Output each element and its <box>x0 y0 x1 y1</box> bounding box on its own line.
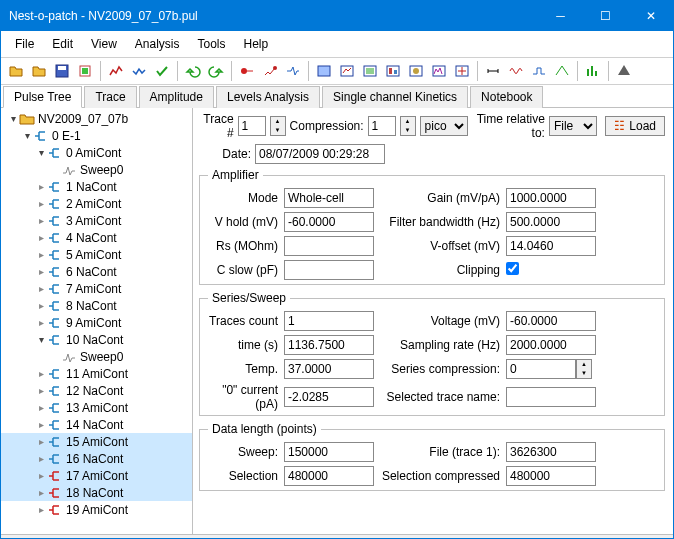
menu-file[interactable]: File <box>7 35 42 53</box>
tree-item[interactable]: 6 NaCont <box>1 263 192 280</box>
panel3-icon[interactable] <box>359 60 381 82</box>
comp-input[interactable] <box>506 359 576 379</box>
compression-input[interactable] <box>368 116 396 136</box>
tree-item[interactable]: 0 AmiCont <box>1 144 192 161</box>
panel6-icon[interactable] <box>428 60 450 82</box>
tree-item[interactable]: 12 NaCont <box>1 382 192 399</box>
tree-item[interactable]: 13 AmiCont <box>1 399 192 416</box>
rate-input[interactable] <box>506 335 596 355</box>
expand-arrow-icon[interactable] <box>7 113 19 124</box>
tree-item[interactable]: 3 AmiCont <box>1 212 192 229</box>
tree-item[interactable]: 11 AmiCont <box>1 365 192 382</box>
save-icon[interactable] <box>51 60 73 82</box>
zero-input[interactable] <box>284 387 374 407</box>
panel1-icon[interactable] <box>313 60 335 82</box>
mode-input[interactable] <box>284 188 374 208</box>
panel7-icon[interactable] <box>451 60 473 82</box>
selection-input[interactable] <box>284 466 374 486</box>
voltage-input[interactable] <box>506 311 596 331</box>
open-icon[interactable] <box>5 60 27 82</box>
tree-item[interactable]: Sweep0 <box>1 348 192 365</box>
redo-icon[interactable] <box>205 60 227 82</box>
expand-arrow-icon[interactable] <box>35 419 47 430</box>
tree-item[interactable]: 19 AmiCont <box>1 501 192 518</box>
selcomp-input[interactable] <box>506 466 596 486</box>
panel2-icon[interactable] <box>336 60 358 82</box>
menu-view[interactable]: View <box>83 35 125 53</box>
clipping-checkbox[interactable] <box>506 262 519 275</box>
tree-item[interactable]: NV2009_07_07b <box>1 110 192 127</box>
tree-item[interactable]: 4 NaCont <box>1 229 192 246</box>
peak-icon[interactable] <box>551 60 573 82</box>
trace-no-input[interactable] <box>238 116 266 136</box>
expand-arrow-icon[interactable] <box>35 385 47 396</box>
tab-notebook[interactable]: Notebook <box>470 86 543 108</box>
rs-input[interactable] <box>284 236 374 256</box>
panel5-icon[interactable] <box>405 60 427 82</box>
expand-arrow-icon[interactable] <box>35 283 47 294</box>
maximize-button[interactable]: ☐ <box>583 1 628 31</box>
temp-input[interactable] <box>284 359 374 379</box>
chart-icon[interactable] <box>105 60 127 82</box>
selname-input[interactable] <box>506 387 596 407</box>
tree-item[interactable]: Sweep0 <box>1 161 192 178</box>
tree-item[interactable]: 9 AmiCont <box>1 314 192 331</box>
expand-arrow-icon[interactable] <box>35 453 47 464</box>
menu-edit[interactable]: Edit <box>44 35 81 53</box>
trace-no-spinner[interactable]: ▲▼ <box>270 116 286 136</box>
expand-arrow-icon[interactable] <box>35 436 47 447</box>
tree-item[interactable]: 7 AmiCont <box>1 280 192 297</box>
tree-item[interactable]: 8 NaCont <box>1 297 192 314</box>
vhold-input[interactable] <box>284 212 374 232</box>
load-button[interactable]: ☷Load <box>605 116 665 136</box>
traces-input[interactable] <box>284 311 374 331</box>
tree-item[interactable]: 15 AmiCont <box>1 433 192 450</box>
compression-spinner[interactable]: ▲▼ <box>400 116 416 136</box>
expand-arrow-icon[interactable] <box>35 470 47 481</box>
tab-levels[interactable]: Levels Analysis <box>216 86 320 108</box>
tree-item[interactable]: 14 NaCont <box>1 416 192 433</box>
analysis-icon[interactable] <box>582 60 604 82</box>
menu-tools[interactable]: Tools <box>190 35 234 53</box>
expand-arrow-icon[interactable] <box>35 317 47 328</box>
comp-spinner[interactable]: ▲▼ <box>576 359 592 379</box>
folder-icon[interactable] <box>28 60 50 82</box>
sweep-input[interactable] <box>284 442 374 462</box>
time-input[interactable] <box>284 335 374 355</box>
expand-arrow-icon[interactable] <box>35 266 47 277</box>
marker2-icon[interactable] <box>259 60 281 82</box>
tree-item[interactable]: 17 AmiCont <box>1 467 192 484</box>
close-button[interactable]: ✕ <box>628 1 673 31</box>
tab-pulse-tree[interactable]: Pulse Tree <box>3 86 82 108</box>
expand-arrow-icon[interactable] <box>35 368 47 379</box>
expand-arrow-icon[interactable] <box>35 232 47 243</box>
check-icon[interactable] <box>151 60 173 82</box>
expand-arrow-icon[interactable] <box>35 198 47 209</box>
hbar-icon[interactable] <box>482 60 504 82</box>
expand-arrow-icon[interactable] <box>35 504 47 515</box>
tab-trace[interactable]: Trace <box>84 86 136 108</box>
tree-item[interactable]: 18 NaCont <box>1 484 192 501</box>
tab-amplitude[interactable]: Amplitude <box>139 86 214 108</box>
expand-arrow-icon[interactable] <box>35 334 47 345</box>
wave-icon[interactable] <box>505 60 527 82</box>
tab-kinetics[interactable]: Single channel Kinetics <box>322 86 468 108</box>
filter-icon[interactable] <box>613 60 635 82</box>
gain-input[interactable] <box>506 188 596 208</box>
minimize-button[interactable]: ─ <box>538 1 583 31</box>
expand-arrow-icon[interactable] <box>35 249 47 260</box>
expand-arrow-icon[interactable] <box>21 130 33 141</box>
expand-arrow-icon[interactable] <box>35 215 47 226</box>
expand-arrow-icon[interactable] <box>35 487 47 498</box>
marker3-icon[interactable] <box>282 60 304 82</box>
panel4-icon[interactable] <box>382 60 404 82</box>
date-input[interactable] <box>255 144 385 164</box>
step-icon[interactable] <box>528 60 550 82</box>
config-icon[interactable] <box>74 60 96 82</box>
tree-item[interactable]: 1 NaCont <box>1 178 192 195</box>
expand-arrow-icon[interactable] <box>35 147 47 158</box>
file-input[interactable] <box>506 442 596 462</box>
menu-help[interactable]: Help <box>236 35 277 53</box>
tree-view[interactable]: NV2009_07_07b0 E-10 AmiContSweep01 NaCon… <box>1 108 193 534</box>
expand-arrow-icon[interactable] <box>35 300 47 311</box>
